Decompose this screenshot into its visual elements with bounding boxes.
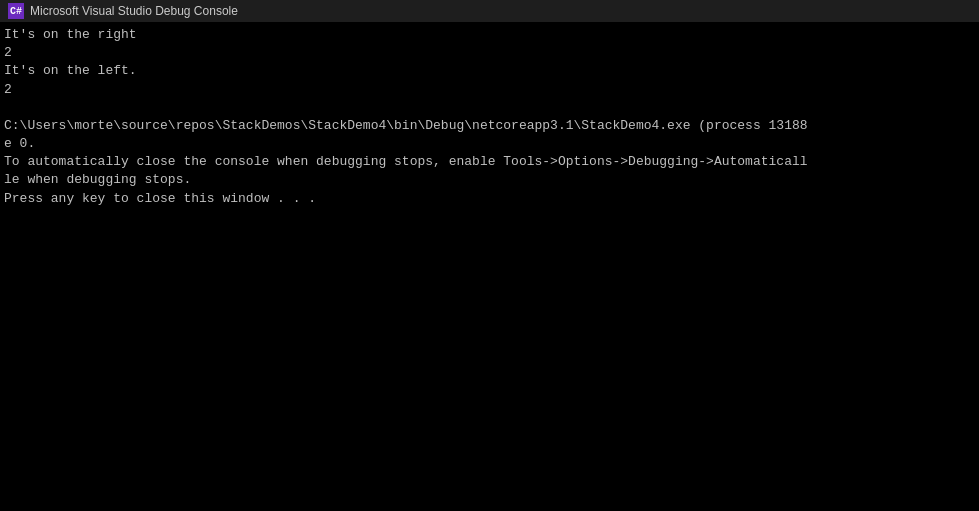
title-bar-text: Microsoft Visual Studio Debug Console <box>30 4 238 18</box>
console-line: C:\Users\morte\source\repos\StackDemos\S… <box>4 117 975 135</box>
console-line: 2 <box>4 81 975 99</box>
console-line-empty <box>4 99 975 117</box>
console-area[interactable]: It's on the right 2 It's on the left. 2 … <box>0 22 979 511</box>
console-line: e 0. <box>4 135 975 153</box>
title-bar: C# Microsoft Visual Studio Debug Console <box>0 0 979 22</box>
console-line: 2 <box>4 44 975 62</box>
console-line: It's on the right <box>4 26 975 44</box>
app-icon: C# <box>8 3 24 19</box>
console-line: It's on the left. <box>4 62 975 80</box>
console-line: le when debugging stops. <box>4 171 975 189</box>
console-line: Press any key to close this window . . . <box>4 190 975 208</box>
console-line: To automatically close the console when … <box>4 153 975 171</box>
